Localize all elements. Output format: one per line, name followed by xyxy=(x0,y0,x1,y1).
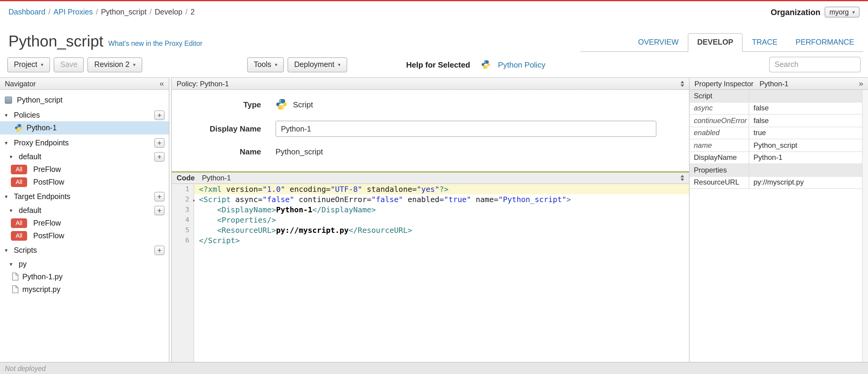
expander-icon[interactable]: ▾ xyxy=(10,207,16,213)
code-line-text[interactable]: </Script> xyxy=(194,235,689,246)
code-line[interactable]: 3 <DisplayName>Python-1</DisplayName> xyxy=(172,204,689,215)
expander-icon[interactable]: ▾ xyxy=(5,112,11,118)
code-tab-label: Code xyxy=(177,174,195,182)
tree-item-default[interactable]: ▾default+ xyxy=(0,204,169,217)
search-input[interactable] xyxy=(769,57,861,73)
code-fold-icon[interactable]: ▾ xyxy=(192,196,195,206)
tree-item-postflow[interactable]: AllPostFlow xyxy=(0,176,169,188)
expander-icon[interactable]: ▾ xyxy=(5,193,11,199)
python-policy-link[interactable]: Python Policy xyxy=(498,60,546,69)
revision-button[interactable]: Revision 2 ▾ xyxy=(88,57,142,72)
tree-item-postflow[interactable]: AllPostFlow xyxy=(0,229,169,242)
project-button[interactable]: Project ▾ xyxy=(7,57,50,72)
breadcrumb-item[interactable]: Dashboard xyxy=(8,8,45,16)
help-for-selected-label: Help for Selected xyxy=(406,60,470,69)
whats-new-link[interactable]: What's new in the Proxy Editor xyxy=(108,40,202,52)
panel-splitter[interactable] xyxy=(169,77,172,362)
python-icon xyxy=(276,98,287,110)
tree-item-python-1[interactable]: Python-1 xyxy=(0,121,169,135)
chevron-down-icon: ▾ xyxy=(338,62,340,67)
code-line-text[interactable]: <?xml version="1.0" encoding="UTF-8" sta… xyxy=(194,184,689,194)
tab-overview[interactable]: OVERVIEW xyxy=(629,34,687,51)
code-line-text[interactable]: <DisplayName>Python-1</DisplayName> xyxy=(194,204,689,215)
tree-item-label: Python_script xyxy=(17,96,62,104)
toolbar: Project ▾ Save Revision 2 ▾ Tools ▾ Depl… xyxy=(0,52,868,77)
line-number[interactable]: 6 xyxy=(172,235,194,246)
python-icon xyxy=(14,124,23,132)
flow-condition-badge: All xyxy=(11,218,27,228)
expander-icon[interactable]: ▾ xyxy=(5,140,11,146)
add-button[interactable]: + xyxy=(154,192,164,201)
collapse-navigator-icon[interactable]: « xyxy=(160,80,164,87)
add-button[interactable]: + xyxy=(154,138,164,147)
save-button[interactable]: Save xyxy=(54,57,84,72)
expander-icon[interactable]: ▾ xyxy=(10,261,16,267)
expander-icon[interactable]: ▾ xyxy=(5,247,11,253)
inspector-collapse-rail[interactable] xyxy=(862,90,868,362)
breadcrumb: Dashboard/API Proxies/Python_script/Deve… xyxy=(8,8,195,16)
property-inspector-header: Property Inspector Python-1 » xyxy=(689,77,868,90)
organization-dropdown[interactable]: myorg ▾ xyxy=(825,7,860,18)
deployment-button[interactable]: Deployment ▾ xyxy=(287,57,347,72)
property-name: Properties xyxy=(689,164,749,176)
property-row-continueonerror: continueOnErrorfalse xyxy=(689,115,862,127)
breadcrumb-item[interactable]: API Proxies xyxy=(53,8,93,16)
tree-item-preflow[interactable]: AllPreFlow xyxy=(0,163,169,176)
display-name-input[interactable] xyxy=(276,121,656,137)
add-button[interactable]: + xyxy=(154,245,164,255)
tree-item-preflow[interactable]: AllPreFlow xyxy=(0,217,169,229)
collapse-expand-icon[interactable] xyxy=(681,175,684,181)
property-inspector-title: Property Inspector xyxy=(694,79,753,88)
collapse-expand-icon[interactable] xyxy=(681,81,684,87)
tree-item-proxy-endpoints[interactable]: ▾Proxy Endpoints+ xyxy=(0,136,169,149)
add-button[interactable]: + xyxy=(154,205,164,215)
tree-item-python-1-py[interactable]: Python-1.py xyxy=(0,270,169,283)
tree-item-label: myscript.py xyxy=(22,285,60,293)
tab-develop[interactable]: DEVELOP xyxy=(687,33,743,52)
code-line-text[interactable]: <ResourceURL>py://myscript.py</ResourceU… xyxy=(194,225,689,235)
code-line[interactable]: 2▾<Script async="false" continueOnError=… xyxy=(172,194,689,204)
code-line[interactable]: 1<?xml version="1.0" encoding="UTF-8" st… xyxy=(172,184,689,194)
tree-item-python-script[interactable]: Python_script xyxy=(0,93,169,107)
type-value: Script xyxy=(276,98,313,110)
code-editor[interactable]: 1<?xml version="1.0" encoding="UTF-8" st… xyxy=(172,184,689,362)
tree-item-py[interactable]: ▾py xyxy=(0,258,169,270)
property-inspector-panel: Property Inspector Python-1 » Scriptasyn… xyxy=(689,77,868,362)
expander-icon[interactable]: ▾ xyxy=(10,153,16,160)
type-value-text: Script xyxy=(293,100,313,109)
tools-button[interactable]: Tools ▾ xyxy=(247,57,284,72)
code-line-text[interactable]: <Properties/> xyxy=(194,215,689,225)
tree-item-target-endpoints[interactable]: ▾Target Endpoints+ xyxy=(0,190,169,203)
line-number[interactable]: 3 xyxy=(172,204,194,215)
code-token: version= xyxy=(221,184,262,194)
code-token: <?xml xyxy=(199,184,221,194)
breadcrumb-separator: / xyxy=(48,8,50,16)
code-line[interactable]: 6</Script> xyxy=(172,235,689,246)
tree-item-default[interactable]: ▾default+ xyxy=(0,150,169,163)
tree-item-myscript-py[interactable]: myscript.py xyxy=(0,283,169,295)
main-area: Navigator « Python_script▾Policies+Pytho… xyxy=(0,77,868,362)
tab-performance[interactable]: PERFORMANCE xyxy=(786,34,863,51)
tree-item-label: Python-1.py xyxy=(22,272,62,281)
name-row: Name Python_script xyxy=(172,147,689,156)
line-number[interactable]: 1 xyxy=(172,184,194,194)
title-row: Python_script What's new in the Proxy Ed… xyxy=(0,23,868,52)
organization-value: myorg xyxy=(830,8,849,16)
add-button[interactable]: + xyxy=(154,110,164,120)
code-token xyxy=(199,215,217,224)
code-line[interactable]: 4 <Properties/> xyxy=(172,215,689,225)
line-number[interactable]: 4 xyxy=(172,215,194,225)
collapse-inspector-icon[interactable]: » xyxy=(859,80,863,87)
line-number[interactable]: 5 xyxy=(172,225,194,235)
code-line-text[interactable]: <Script async="false" continueOnError="f… xyxy=(194,194,689,204)
tools-button-label: Tools xyxy=(254,60,271,69)
tree-item-policies[interactable]: ▾Policies+ xyxy=(0,109,169,121)
tree-item-scripts[interactable]: ▾Scripts+ xyxy=(0,244,169,256)
property-row-async: asyncfalse xyxy=(689,102,862,115)
line-number[interactable]: 2▾ xyxy=(172,194,194,204)
code-line[interactable]: 5 <ResourceURL>py://myscript.py</Resourc… xyxy=(172,225,689,235)
tab-trace[interactable]: TRACE xyxy=(743,34,786,51)
add-button[interactable]: + xyxy=(154,152,164,161)
navigator-panel: Navigator « Python_script▾Policies+Pytho… xyxy=(0,77,169,362)
property-name: ResourceURL xyxy=(689,176,749,188)
